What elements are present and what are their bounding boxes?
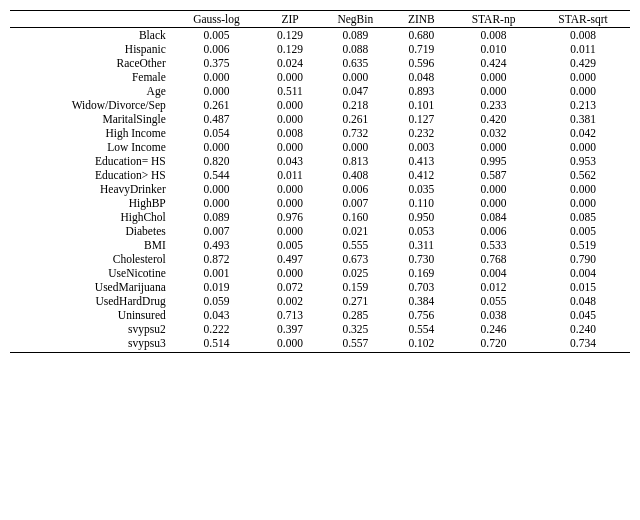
cell-value: 0.000 (261, 182, 319, 196)
table-row: HeavyDrinker0.0000.0000.0060.0350.0000.0… (10, 182, 630, 196)
cell-value: 0.271 (319, 294, 392, 308)
cell-value: 0.311 (392, 238, 451, 252)
cell-value: 0.381 (536, 112, 630, 126)
cell-value: 0.011 (536, 42, 630, 56)
cell-value: 0.950 (392, 210, 451, 224)
cell-value: 0.053 (392, 224, 451, 238)
cell-value: 0.384 (392, 294, 451, 308)
col-header-gausslog: Gauss-log (172, 11, 261, 28)
cell-value: 0.004 (451, 266, 536, 280)
cell-value: 0.000 (536, 196, 630, 210)
cell-value: 0.222 (172, 322, 261, 336)
cell-value: 0.285 (319, 308, 392, 322)
cell-value: 0.424 (451, 56, 536, 70)
cell-value: 0.000 (261, 266, 319, 280)
cell-value: 0.218 (319, 98, 392, 112)
cell-value: 0.101 (392, 98, 451, 112)
cell-value: 0.554 (392, 322, 451, 336)
cell-value: 0.019 (172, 280, 261, 294)
table-row: High Income0.0540.0080.7320.2320.0320.04… (10, 126, 630, 140)
row-label: HighBP (10, 196, 172, 210)
cell-value: 0.756 (392, 308, 451, 322)
cell-value: 0.072 (261, 280, 319, 294)
row-label: Uninsured (10, 308, 172, 322)
row-label: HeavyDrinker (10, 182, 172, 196)
cell-value: 0.005 (172, 28, 261, 43)
cell-value: 0.102 (392, 336, 451, 353)
cell-value: 0.008 (451, 28, 536, 43)
table-row: BMI0.4930.0050.5550.3110.5330.519 (10, 238, 630, 252)
cell-value: 0.000 (261, 196, 319, 210)
cell-value: 0.587 (451, 168, 536, 182)
cell-value: 0.562 (536, 168, 630, 182)
cell-value: 0.703 (392, 280, 451, 294)
cell-value: 0.429 (536, 56, 630, 70)
cell-value: 0.000 (319, 70, 392, 84)
row-label: Cholesterol (10, 252, 172, 266)
cell-value: 0.813 (319, 154, 392, 168)
table-row: Education> HS0.5440.0110.4080.4120.5870.… (10, 168, 630, 182)
row-label: Age (10, 84, 172, 98)
cell-value: 0.035 (392, 182, 451, 196)
col-header-zip: ZIP (261, 11, 319, 28)
cell-value: 0.000 (261, 112, 319, 126)
cell-value: 0.000 (536, 70, 630, 84)
cell-value: 0.246 (451, 322, 536, 336)
cell-value: 0.953 (536, 154, 630, 168)
cell-value: 0.213 (536, 98, 630, 112)
table-row: Black0.0050.1290.0890.6800.0080.008 (10, 28, 630, 43)
row-label: Hispanic (10, 42, 172, 56)
cell-value: 0.005 (536, 224, 630, 238)
cell-value: 0.000 (261, 98, 319, 112)
cell-value: 0.000 (451, 140, 536, 154)
table-row: HighBP0.0000.0000.0070.1100.0000.000 (10, 196, 630, 210)
cell-value: 0.012 (451, 280, 536, 294)
row-label: UseNicotine (10, 266, 172, 280)
cell-value: 0.240 (536, 322, 630, 336)
row-label: Female (10, 70, 172, 84)
cell-value: 0.000 (451, 182, 536, 196)
cell-value: 0.003 (392, 140, 451, 154)
cell-value: 0.042 (536, 126, 630, 140)
cell-value: 0.000 (172, 140, 261, 154)
cell-value: 0.043 (261, 154, 319, 168)
cell-value: 0.000 (261, 70, 319, 84)
cell-value: 0.511 (261, 84, 319, 98)
cell-value: 0.497 (261, 252, 319, 266)
table-row: Widow/Divorce/Sep0.2610.0000.2180.1010.2… (10, 98, 630, 112)
cell-value: 0.043 (172, 308, 261, 322)
cell-value: 0.720 (451, 336, 536, 353)
cell-value: 0.008 (261, 126, 319, 140)
cell-value: 0.680 (392, 28, 451, 43)
cell-value: 0.085 (536, 210, 630, 224)
cell-value: 0.048 (392, 70, 451, 84)
cell-value: 0.007 (319, 196, 392, 210)
cell-value: 0.059 (172, 294, 261, 308)
cell-value: 0.127 (392, 112, 451, 126)
row-label: Education> HS (10, 168, 172, 182)
cell-value: 0.045 (536, 308, 630, 322)
cell-value: 0.005 (261, 238, 319, 252)
cell-value: 0.001 (172, 266, 261, 280)
cell-value: 0.000 (261, 336, 319, 353)
col-header-starnp: STAR-np (451, 11, 536, 28)
cell-value: 0.000 (261, 224, 319, 238)
cell-value: 0.976 (261, 210, 319, 224)
cell-value: 0.055 (451, 294, 536, 308)
cell-value: 0.006 (319, 182, 392, 196)
cell-value: 0.088 (319, 42, 392, 56)
cell-value: 0.048 (536, 294, 630, 308)
header-row: Gauss-logZIPNegBinZINBSTAR-npSTAR-sqrt (10, 11, 630, 28)
cell-value: 0.000 (536, 84, 630, 98)
cell-value: 0.159 (319, 280, 392, 294)
table-row: UsedMarijuana0.0190.0720.1590.7030.0120.… (10, 280, 630, 294)
row-label: Education= HS (10, 154, 172, 168)
cell-value: 0.555 (319, 238, 392, 252)
cell-value: 0.713 (261, 308, 319, 322)
cell-value: 0.233 (451, 98, 536, 112)
table-row: Cholesterol0.8720.4970.6730.7300.7680.79… (10, 252, 630, 266)
cell-value: 0.514 (172, 336, 261, 353)
cell-value: 0.493 (172, 238, 261, 252)
cell-value: 0.734 (536, 336, 630, 353)
cell-value: 0.129 (261, 42, 319, 56)
